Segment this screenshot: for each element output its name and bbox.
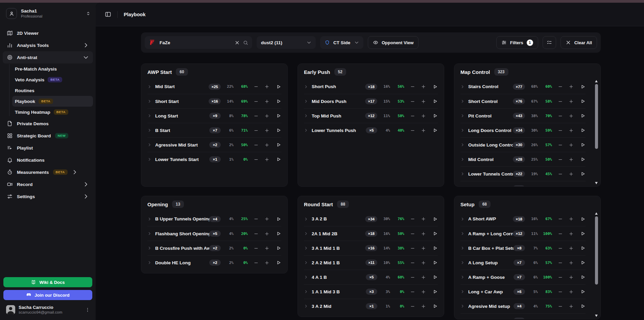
decrement-button[interactable] <box>558 128 563 133</box>
play-button[interactable] <box>432 128 438 133</box>
increment-button[interactable] <box>421 275 426 280</box>
play-button[interactable] <box>276 231 281 236</box>
play-button[interactable] <box>276 99 281 104</box>
increment-button[interactable] <box>569 99 574 104</box>
increment-button[interactable] <box>569 186 574 187</box>
increment-button[interactable] <box>569 260 574 265</box>
decrement-button[interactable] <box>254 231 259 236</box>
increment-button[interactable] <box>569 171 574 177</box>
increment-button[interactable] <box>264 113 269 118</box>
play-button[interactable] <box>432 245 438 251</box>
sidebar-item-2d-viewer[interactable]: 2D Viewer <box>3 27 93 39</box>
play-button[interactable] <box>580 157 586 162</box>
decrement-button[interactable] <box>254 128 259 133</box>
strat-row[interactable]: Stairs Control ×77 68% 60% <box>460 79 586 94</box>
sidebar-item-private-demos[interactable]: Private Demos <box>3 117 93 130</box>
decrement-button[interactable] <box>558 246 563 251</box>
sidebar-item-settings[interactable]: Settings <box>3 190 93 203</box>
wiki-docs-button[interactable]: Wiki & Docs <box>3 277 92 287</box>
strat-row[interactable]: Agresive Mid setup ×4 4% 75% <box>460 299 586 313</box>
strat-row[interactable]: B Car Box + Plat Setup ×8 7% 63% <box>460 241 586 255</box>
play-button[interactable] <box>276 128 281 133</box>
scroll-down-arrow[interactable] <box>595 182 598 184</box>
increment-button[interactable] <box>264 246 269 251</box>
increment-button[interactable] <box>264 128 269 133</box>
increment-button[interactable] <box>421 246 426 251</box>
card-scrollbar[interactable] <box>595 212 598 317</box>
play-button[interactable] <box>276 245 281 251</box>
play-button[interactable] <box>276 157 281 162</box>
strat-row[interactable]: Lower Tunnels Start ×1 1% 0% <box>147 152 281 166</box>
select-strats-button[interactable] <box>543 36 556 49</box>
strat-row[interactable]: 3 A 2 Mid ×1 1% 0% <box>304 299 438 313</box>
increment-button[interactable] <box>569 289 574 294</box>
sidebar-item-pre-match-analysis[interactable]: Pre-Match Analysis <box>12 63 93 74</box>
decrement-button[interactable] <box>558 84 563 89</box>
strat-row[interactable]: Long + Car Awp ×6 5% 83% <box>460 284 586 299</box>
play-button[interactable] <box>580 303 586 309</box>
card-scrollbar[interactable] <box>595 80 598 184</box>
clear-search-icon[interactable] <box>235 40 240 45</box>
strat-row[interactable]: B Left Corner + Default ×4 4% 50% <box>460 313 586 319</box>
strat-row[interactable]: 3 A 2 B ×34 30% 76% <box>304 212 438 226</box>
scroll-thumb[interactable] <box>595 84 598 149</box>
sidebar-item-measurements[interactable]: MeasurementsBETA <box>3 166 93 178</box>
play-button[interactable] <box>432 113 438 118</box>
team-search[interactable] <box>145 36 252 49</box>
decrement-button[interactable] <box>558 157 563 162</box>
play-button[interactable] <box>276 260 281 265</box>
strat-row[interactable]: Double HE Long ×2 2% 0% <box>147 255 281 270</box>
strat-row[interactable]: Long Doors Control ×34 30% 59% <box>460 123 586 137</box>
increment-button[interactable] <box>421 113 426 118</box>
play-button[interactable] <box>580 260 586 265</box>
decrement-button[interactable] <box>558 304 563 309</box>
strat-row[interactable]: Short Control ×76 67% 58% <box>460 94 586 108</box>
play-button[interactable] <box>432 303 438 309</box>
increment-button[interactable] <box>421 216 426 221</box>
scroll-down-arrow[interactable] <box>595 315 598 317</box>
increment-button[interactable] <box>569 275 574 280</box>
map-select[interactable]: dust2 (11) <box>257 36 316 49</box>
play-button[interactable] <box>580 231 586 236</box>
strat-row[interactable]: Lower Tunnels Push ×5 4% 40% <box>304 123 438 137</box>
play-button[interactable] <box>432 274 438 280</box>
decrement-button[interactable] <box>558 142 563 148</box>
decrement-button[interactable] <box>254 99 259 104</box>
play-button[interactable] <box>432 84 438 89</box>
strat-row[interactable]: 2 A 2 Mid 1 B ×11 10% 55% <box>304 255 438 270</box>
scroll-up-arrow[interactable] <box>595 212 598 215</box>
increment-button[interactable] <box>569 318 574 320</box>
decrement-button[interactable] <box>410 304 415 309</box>
increment-button[interactable] <box>264 260 269 265</box>
increment-button[interactable] <box>569 216 574 221</box>
increment-button[interactable] <box>421 231 426 236</box>
decrement-button[interactable] <box>558 99 563 104</box>
play-button[interactable] <box>580 171 586 177</box>
strat-row[interactable]: 3 A 1 Mid 1 B ×16 14% 38% <box>304 241 438 255</box>
sidebar-item-analysis-tools[interactable]: Analysis Tools <box>3 39 93 51</box>
decrement-button[interactable] <box>254 157 259 162</box>
clear-all-button[interactable]: Clear All <box>560 36 597 49</box>
play-button[interactable] <box>580 245 586 251</box>
discord-button[interactable]: Join our Discord <box>3 290 92 300</box>
strat-row[interactable]: A Long Setup ×7 6% 57% <box>460 255 586 270</box>
decrement-button[interactable] <box>558 113 563 118</box>
play-button[interactable] <box>580 289 586 294</box>
play-button[interactable] <box>580 128 586 133</box>
strat-row[interactable]: B Crossfire Push with Awp ×2 2% 0% <box>147 241 281 255</box>
strat-row[interactable]: 4 A 1 B ×5 4% 60% <box>304 270 438 284</box>
dots-vertical-icon[interactable] <box>85 307 90 313</box>
increment-button[interactable] <box>569 304 574 309</box>
strat-row[interactable]: Outside Long Control ×30 26% 57% <box>460 137 586 152</box>
play-button[interactable] <box>580 99 586 104</box>
strat-row[interactable]: 1 A 1 Mid 3 B ×3 3% 0% <box>304 284 438 299</box>
decrement-button[interactable] <box>254 260 259 265</box>
decrement-button[interactable] <box>254 84 259 89</box>
play-button[interactable] <box>580 113 586 118</box>
increment-button[interactable] <box>569 246 574 251</box>
increment-button[interactable] <box>421 304 426 309</box>
play-button[interactable] <box>580 142 586 148</box>
play-button[interactable] <box>580 318 586 319</box>
decrement-button[interactable] <box>558 216 563 221</box>
decrement-button[interactable] <box>410 113 415 118</box>
